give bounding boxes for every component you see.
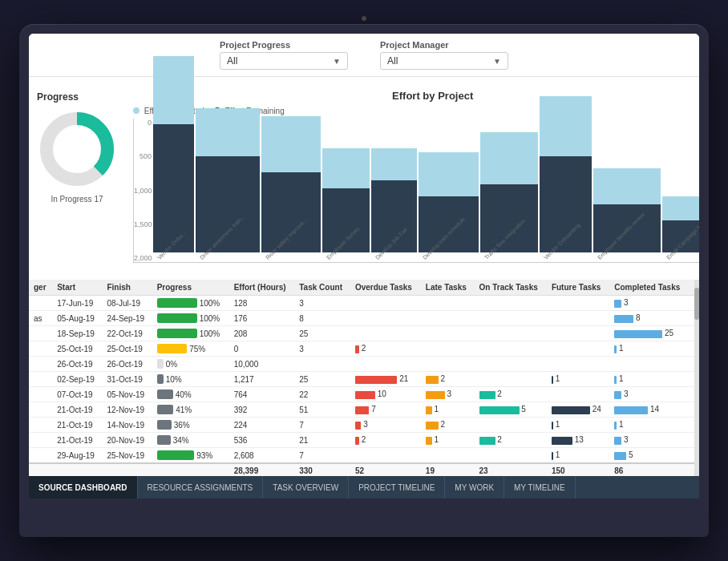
scrollbar-thumb[interactable] [694,288,699,320]
cell-ontrack: 2 [475,387,547,402]
cell-finish: 25-Nov-19 [102,448,152,464]
bar-group: Develop Job Fair [371,148,417,262]
completed-bar [614,391,621,399]
cell-manager [29,326,52,341]
cell-finish: 20-Nov-19 [102,433,152,448]
tab-task-overview[interactable]: TASK OVERVIEW [263,476,349,498]
cell-finish: 14-Nov-19 [102,418,152,433]
cell-taskcount: 51 [294,402,350,418]
table-row: 07-Oct-19 05-Nov-19 40% 764 22 10 3 2 3 [29,387,699,402]
tab-my-timeline[interactable]: MY TIMELINE [504,476,576,498]
col-effort: Effort (Hours) [229,280,295,296]
cell-completed: 14 [609,402,690,418]
col-overdue: Overdue Tasks [350,280,421,296]
tab-resource-assignments[interactable]: RESOURCE ASSIGNMENTS [138,476,264,498]
completed-bar [614,452,626,460]
progress-bar [157,298,197,308]
project-progress-filter: Project Progress All ▼ [220,40,348,70]
cell-ontrack: 2 [475,433,547,448]
cell-completed: 3 [609,296,690,311]
bar-completed [261,116,321,172]
cell-ontrack [475,341,547,357]
col-completed: Completed Tasks [609,280,690,296]
col-start: Start [52,280,102,296]
progress-text: 100% [200,329,220,338]
bar-group: Rider safety improve... [261,116,321,262]
cell-overdue [350,326,421,341]
bar-completed [662,196,699,220]
ontrack-bar [479,437,495,445]
cell-start: 25-Oct-19 [52,341,102,357]
tab-my-work[interactable]: MY WORK [445,476,504,498]
project-progress-select[interactable]: All ▼ [220,52,348,70]
cell-start: 05-Aug-19 [52,311,102,326]
cell-future: 1 [547,372,609,387]
cell-late [421,326,475,341]
cell-effort: 536 [229,433,295,448]
cell-start: 07-Oct-19 [52,387,102,402]
progress-bar [157,405,174,414]
cell-future: 24 [547,402,609,418]
cell-future [547,357,609,372]
screen-content: Project Progress All ▼ Project Manager A… [29,34,699,498]
project-manager-value: All [387,55,398,67]
cell-progress: 100% [152,326,229,341]
progress-bar [157,313,197,323]
completed-bar [614,437,621,445]
cell-manager: as [29,311,52,326]
overdue-bar [355,391,375,399]
tab-source-dashboard[interactable]: SOURCE DASHBOARD [29,476,138,498]
filter-bar: Project Progress All ▼ Project Manager A… [29,34,699,77]
future-bar [552,406,590,414]
project-manager-filter: Project Manager All ▼ [380,40,508,70]
cell-overdue: 21 [350,372,421,387]
table-row: 21-Oct-19 14-Nov-19 36% 224 7 3 2 1 1 [29,418,699,433]
progress-bar [157,344,188,353]
cell-ontrack: 5 [475,402,547,418]
vertical-scrollbar[interactable] [694,280,699,478]
progress-bar [157,435,171,445]
bar-remaining [153,124,194,252]
cell-effort: 128 [229,296,295,311]
overdue-bar [355,437,359,445]
cell-manager [29,448,52,464]
cell-late: 3 [421,387,475,402]
camera-dot [362,16,366,21]
cell-completed: 3 [609,433,690,448]
cell-ontrack [475,372,547,387]
cell-future [547,326,609,341]
cell-taskcount: 22 [294,387,350,402]
cell-finish: 05-Nov-19 [102,387,152,402]
cell-taskcount: 25 [294,326,350,341]
cell-manager [29,433,52,448]
bar-completed [196,108,260,156]
completed-bar [614,300,621,308]
cell-ontrack [475,448,547,464]
cell-late: 2 [421,418,475,433]
future-bar [552,437,572,445]
project-manager-select[interactable]: All ▼ [380,52,508,70]
late-bar [426,391,445,399]
cell-late: 1 [421,402,475,418]
cell-finish: 26-Oct-19 [102,357,152,372]
bar-completed [593,168,661,204]
bar-stack [593,168,661,252]
tab-project-timeline[interactable]: PROJECT TIMELINE [349,476,445,498]
progress-text: 0% [166,360,177,369]
cell-future [547,341,609,357]
cell-start: 02-Sep-19 [52,372,102,387]
cell-late [421,296,475,311]
cell-future: 13 [547,433,609,448]
progress-text: 41% [176,406,192,414]
cell-manager [29,341,52,357]
donut-chart: In Progress 17 [37,109,117,189]
cell-taskcount: 7 [294,418,350,433]
bar-remaining [480,184,538,252]
project-progress-label: Project Progress [220,40,290,50]
bar-remaining [261,172,321,252]
cell-late: 1 [421,433,475,448]
table-row: 17-Jun-19 08-Jul-19 100% 128 3 3 [29,296,699,311]
bar-chart-section: Effort by Project Effort Completed Effor… [125,83,699,273]
bar-group: Email Campaign for Rid... [662,196,699,262]
cell-taskcount: 25 [294,372,350,387]
